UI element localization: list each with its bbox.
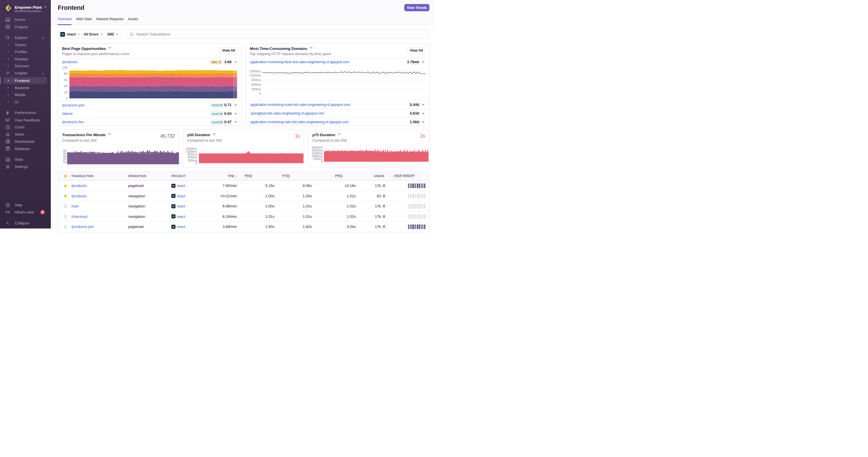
- svg-text:10: 10: [63, 160, 66, 164]
- svg-text:100: 100: [62, 66, 67, 69]
- svg-text:80: 80: [64, 72, 67, 75]
- svg-text:0: 0: [259, 92, 260, 95]
- svg-text:0: 0: [321, 160, 323, 163]
- svg-text:1500ms: 1500ms: [249, 69, 261, 73]
- svg-text:60: 60: [64, 78, 67, 81]
- svg-text:0: 0: [66, 96, 67, 100]
- svg-text:900ms: 900ms: [251, 78, 261, 81]
- svg-text:40: 40: [64, 84, 67, 88]
- svg-text:300ms: 300ms: [251, 87, 261, 91]
- svg-text:1200ms: 1200ms: [249, 73, 261, 77]
- svg-text:0: 0: [195, 161, 197, 165]
- svg-text:20: 20: [64, 90, 67, 94]
- svg-text:600ms: 600ms: [251, 83, 261, 86]
